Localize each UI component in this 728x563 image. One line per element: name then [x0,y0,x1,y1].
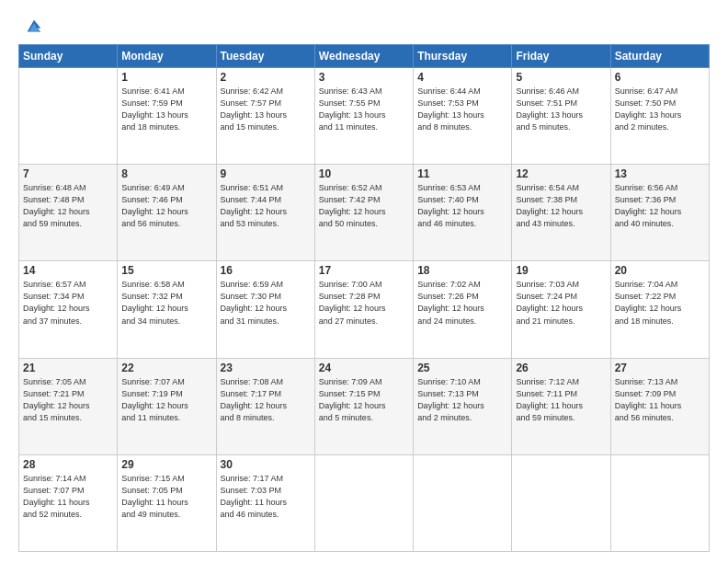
weekday-header-row: SundayMondayTuesdayWednesdayThursdayFrid… [19,45,710,68]
day-cell [414,454,512,551]
day-number: 17 [319,264,409,277]
day-info: Sunrise: 7:10 AM Sunset: 7:13 PM Dayligh… [417,376,507,424]
day-info: Sunrise: 6:54 AM Sunset: 7:38 PM Dayligh… [516,182,606,230]
day-number: 25 [417,362,507,374]
day-cell: 19Sunrise: 7:03 AM Sunset: 7:24 PM Dayli… [512,261,610,358]
day-cell: 3Sunrise: 6:43 AM Sunset: 7:55 PM Daylig… [314,68,413,165]
day-info: Sunrise: 6:59 AM Sunset: 7:30 PM Dayligh… [221,279,311,327]
day-number: 3 [319,71,409,84]
day-number: 12 [516,167,606,180]
day-info: Sunrise: 7:09 AM Sunset: 7:15 PM Dayligh… [319,376,409,424]
day-info: Sunrise: 6:58 AM Sunset: 7:32 PM Dayligh… [121,279,211,327]
day-cell: 6Sunrise: 6:47 AM Sunset: 7:50 PM Daylig… [610,68,709,165]
day-number: 10 [319,167,409,180]
day-info: Sunrise: 7:12 AM Sunset: 7:11 PM Dayligh… [516,376,606,424]
day-cell [610,454,709,551]
weekday-monday: Monday [118,45,216,68]
day-info: Sunrise: 6:48 AM Sunset: 7:48 PM Dayligh… [23,182,113,230]
day-info: Sunrise: 6:43 AM Sunset: 7:55 PM Dayligh… [319,86,409,133]
day-info: Sunrise: 6:53 AM Sunset: 7:40 PM Dayligh… [417,182,507,230]
day-cell: 1Sunrise: 6:41 AM Sunset: 7:59 PM Daylig… [118,68,216,165]
day-cell: 5Sunrise: 6:46 AM Sunset: 7:51 PM Daylig… [512,68,610,165]
day-info: Sunrise: 7:08 AM Sunset: 7:17 PM Dayligh… [221,376,311,424]
day-number: 11 [417,167,507,180]
weekday-thursday: Thursday [414,45,512,68]
day-info: Sunrise: 6:49 AM Sunset: 7:46 PM Dayligh… [121,182,211,230]
day-cell: 17Sunrise: 7:00 AM Sunset: 7:28 PM Dayli… [314,261,413,358]
day-info: Sunrise: 6:42 AM Sunset: 7:57 PM Dayligh… [221,86,311,133]
day-number: 20 [615,264,705,277]
day-info: Sunrise: 7:00 AM Sunset: 7:28 PM Dayligh… [319,279,409,327]
day-cell: 14Sunrise: 6:57 AM Sunset: 7:34 PM Dayli… [19,261,118,358]
day-number: 22 [121,362,211,374]
weekday-friday: Friday [512,45,610,68]
day-number: 9 [221,167,311,180]
day-info: Sunrise: 6:44 AM Sunset: 7:53 PM Dayligh… [417,86,507,133]
day-info: Sunrise: 7:13 AM Sunset: 7:09 PM Dayligh… [615,376,705,424]
day-cell: 27Sunrise: 7:13 AM Sunset: 7:09 PM Dayli… [610,358,709,454]
day-cell: 20Sunrise: 7:04 AM Sunset: 7:22 PM Dayli… [610,261,709,358]
day-info: Sunrise: 7:17 AM Sunset: 7:03 PM Dayligh… [221,473,311,521]
day-info: Sunrise: 6:46 AM Sunset: 7:51 PM Dayligh… [516,86,606,133]
week-row-2: 7Sunrise: 6:48 AM Sunset: 7:48 PM Daylig… [19,165,710,261]
day-number: 14 [23,264,113,277]
day-cell: 12Sunrise: 6:54 AM Sunset: 7:38 PM Dayli… [512,165,610,261]
day-info: Sunrise: 7:14 AM Sunset: 7:07 PM Dayligh… [23,473,113,521]
day-cell [314,454,413,551]
week-row-1: 1Sunrise: 6:41 AM Sunset: 7:59 PM Daylig… [19,68,710,165]
day-number: 30 [221,458,311,471]
weekday-wednesday: Wednesday [314,45,413,68]
day-number: 8 [121,167,211,180]
day-number: 28 [23,458,113,471]
week-row-5: 28Sunrise: 7:14 AM Sunset: 7:07 PM Dayli… [19,454,710,551]
day-cell: 30Sunrise: 7:17 AM Sunset: 7:03 PM Dayli… [216,454,314,551]
day-cell: 23Sunrise: 7:08 AM Sunset: 7:17 PM Dayli… [216,358,314,454]
day-info: Sunrise: 7:05 AM Sunset: 7:21 PM Dayligh… [23,376,113,424]
day-info: Sunrise: 6:41 AM Sunset: 7:59 PM Dayligh… [121,86,211,133]
day-cell: 29Sunrise: 7:15 AM Sunset: 7:05 PM Dayli… [118,454,216,551]
day-cell: 15Sunrise: 6:58 AM Sunset: 7:32 PM Dayli… [118,261,216,358]
day-cell: 25Sunrise: 7:10 AM Sunset: 7:13 PM Dayli… [414,358,512,454]
day-number: 15 [121,264,211,277]
day-cell: 16Sunrise: 6:59 AM Sunset: 7:30 PM Dayli… [216,261,314,358]
header [18,17,710,37]
day-info: Sunrise: 6:57 AM Sunset: 7:34 PM Dayligh… [23,279,113,327]
day-number: 2 [221,71,311,84]
weekday-sunday: Sunday [19,45,118,68]
day-cell: 28Sunrise: 7:14 AM Sunset: 7:07 PM Dayli… [19,454,118,551]
day-cell [512,454,610,551]
day-number: 21 [23,362,113,374]
day-info: Sunrise: 7:07 AM Sunset: 7:19 PM Dayligh… [121,376,211,424]
day-number: 5 [516,71,606,84]
calendar: SundayMondayTuesdayWednesdayThursdayFrid… [18,44,710,552]
day-cell: 4Sunrise: 6:44 AM Sunset: 7:53 PM Daylig… [414,68,512,165]
day-info: Sunrise: 6:52 AM Sunset: 7:42 PM Dayligh… [319,182,409,230]
day-number: 6 [615,71,705,84]
logo [18,17,44,37]
day-info: Sunrise: 7:15 AM Sunset: 7:05 PM Dayligh… [121,473,211,521]
day-cell: 8Sunrise: 6:49 AM Sunset: 7:46 PM Daylig… [118,165,216,261]
day-number: 4 [417,71,507,84]
day-cell: 24Sunrise: 7:09 AM Sunset: 7:15 PM Dayli… [314,358,413,454]
day-cell: 13Sunrise: 6:56 AM Sunset: 7:36 PM Dayli… [610,165,709,261]
day-cell: 26Sunrise: 7:12 AM Sunset: 7:11 PM Dayli… [512,358,610,454]
day-cell: 21Sunrise: 7:05 AM Sunset: 7:21 PM Dayli… [19,358,118,454]
week-row-4: 21Sunrise: 7:05 AM Sunset: 7:21 PM Dayli… [19,358,710,454]
day-cell: 11Sunrise: 6:53 AM Sunset: 7:40 PM Dayli… [414,165,512,261]
day-cell: 10Sunrise: 6:52 AM Sunset: 7:42 PM Dayli… [314,165,413,261]
day-info: Sunrise: 7:02 AM Sunset: 7:26 PM Dayligh… [417,279,507,327]
day-number: 26 [516,362,606,374]
day-cell: 2Sunrise: 6:42 AM Sunset: 7:57 PM Daylig… [216,68,314,165]
day-info: Sunrise: 6:47 AM Sunset: 7:50 PM Dayligh… [615,86,705,133]
day-cell [19,68,118,165]
day-cell: 7Sunrise: 6:48 AM Sunset: 7:48 PM Daylig… [19,165,118,261]
day-number: 13 [615,167,705,180]
day-number: 23 [221,362,311,374]
week-row-3: 14Sunrise: 6:57 AM Sunset: 7:34 PM Dayli… [19,261,710,358]
day-cell: 9Sunrise: 6:51 AM Sunset: 7:44 PM Daylig… [216,165,314,261]
day-number: 27 [615,362,705,374]
day-number: 7 [23,167,113,180]
weekday-saturday: Saturday [610,45,709,68]
day-number: 29 [121,458,211,471]
logo-icon [24,17,44,37]
